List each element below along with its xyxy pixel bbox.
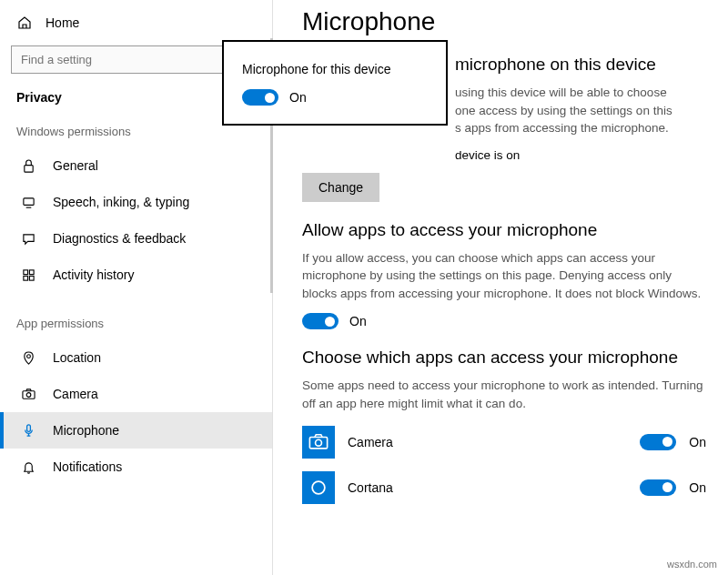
app-icon-cortana (302, 471, 335, 504)
section2-heading: Allow apps to access your microphone (302, 220, 706, 240)
sidebar-item-label: Diagnostics & feedback (53, 231, 186, 246)
device-toggle[interactable] (242, 89, 278, 106)
history-icon (20, 267, 36, 283)
sidebar-item-label: Location (53, 350, 101, 365)
camera-icon (20, 386, 36, 402)
app-name: Cortana (348, 480, 627, 495)
home-link[interactable]: Home (0, 7, 272, 38)
app-name: Camera (348, 435, 627, 449)
svg-point-6 (26, 354, 30, 358)
svg-rect-5 (29, 276, 34, 280)
app-row-camera: Camera On (302, 426, 706, 459)
sidebar-item-label: Camera (53, 387, 98, 401)
speech-icon (20, 194, 36, 210)
change-button[interactable]: Change (302, 173, 379, 202)
sidebar-item-label: General (53, 158, 98, 173)
app-toggle-cortana[interactable] (640, 479, 676, 496)
svg-rect-1 (23, 197, 33, 205)
svg-rect-4 (23, 276, 27, 280)
search-field[interactable] (21, 53, 251, 66)
section3-heading: Choose which apps can access your microp… (302, 348, 706, 368)
sidebar-item-microphone[interactable]: Microphone (0, 412, 272, 449)
sidebar-item-label: Microphone (53, 423, 119, 438)
home-label: Home (46, 15, 79, 30)
svg-rect-9 (26, 424, 30, 431)
app-icon-camera (302, 426, 335, 459)
sidebar-item-location[interactable]: Location (0, 339, 272, 376)
section2-desc: If you allow access, you can choose whic… (302, 249, 706, 303)
home-icon (16, 15, 33, 31)
svg-rect-0 (24, 165, 32, 172)
section-header-app: App permissions (0, 313, 272, 339)
sidebar-item-label: Speech, inking, & typing (53, 195, 189, 209)
section2-toggle-row: On (302, 313, 706, 329)
app-toggle-label: On (689, 435, 706, 449)
popup-title: Microphone for this device (242, 62, 428, 76)
footer-watermark: wsxdn.com (667, 559, 717, 570)
sidebar-item-notifications[interactable]: Notifications (0, 449, 272, 485)
app-toggle-camera[interactable] (640, 434, 676, 450)
allow-apps-toggle-label: On (349, 314, 367, 328)
feedback-icon (20, 230, 36, 247)
sidebar-item-activity[interactable]: Activity history (0, 257, 272, 293)
svg-rect-3 (29, 269, 34, 274)
sidebar-item-general[interactable]: General (0, 147, 272, 184)
bell-icon (20, 459, 36, 475)
app-toggle-label: On (689, 480, 706, 495)
section1-status: device is on (302, 148, 706, 162)
page-title: Microphone (302, 7, 706, 36)
svg-point-8 (26, 392, 31, 397)
svg-point-11 (316, 439, 322, 446)
device-popup: Microphone for this device On (222, 40, 448, 126)
svg-point-12 (312, 481, 325, 494)
svg-rect-2 (23, 269, 27, 274)
allow-apps-toggle[interactable] (302, 313, 339, 329)
app-row-cortana: Cortana On (302, 471, 706, 504)
svg-rect-10 (309, 437, 327, 448)
sidebar-item-speech[interactable]: Speech, inking, & typing (0, 184, 272, 220)
lock-icon (20, 157, 36, 174)
sidebar-item-label: Activity history (53, 267, 134, 282)
sidebar-item-diagnostics[interactable]: Diagnostics & feedback (0, 220, 272, 257)
device-toggle-label: On (289, 90, 307, 105)
sidebar-item-camera[interactable]: Camera (0, 376, 272, 412)
svg-rect-7 (22, 390, 34, 398)
location-icon (20, 349, 36, 366)
popup-toggle-row: On (242, 89, 428, 106)
sidebar-item-label: Notifications (53, 459, 122, 474)
microphone-icon (20, 422, 36, 439)
section3-desc: Some apps need to access your microphone… (302, 377, 706, 412)
